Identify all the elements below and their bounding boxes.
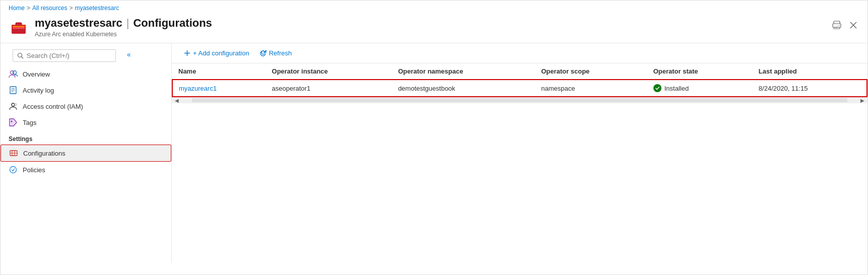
policies-icon [9,165,18,174]
svg-point-27 [11,121,13,122]
search-input[interactable] [27,52,111,59]
scroll-left-arrow[interactable]: ◀ [172,98,182,103]
activity-log-icon [9,86,18,95]
print-button[interactable] [830,19,843,32]
content-area: + Add configuration Refresh Name Operato… [172,43,867,263]
sidebar-item-policies[interactable]: Policies [1,162,171,178]
col-operator-state: Operator state [647,63,753,80]
sidebar-item-policies-label: Policies [23,166,45,174]
svg-rect-5 [13,28,25,29]
sidebar: « Overview [1,43,172,263]
check-icon [655,86,660,91]
refresh-button[interactable]: Refresh [255,47,296,59]
resource-name: myasetestresarc [35,17,122,30]
refresh-label: Refresh [269,49,292,57]
add-configuration-label: + Add configuration [193,49,249,57]
svg-point-11 [839,25,840,26]
sidebar-item-activity-log-label: Activity log [23,87,54,94]
svg-marker-26 [10,119,17,126]
col-last-applied: Last applied [753,63,867,80]
sidebar-item-tags-label: Tags [23,119,36,126]
overview-icon [9,70,18,79]
status-cell: Installed [653,84,747,92]
add-icon [184,50,190,56]
cell-name[interactable]: myazurearc1 [172,80,266,97]
main-layout: « Overview [1,43,867,263]
cell-operator-scope: namespace [535,80,647,97]
close-button[interactable] [847,19,859,31]
breadcrumb-home[interactable]: Home [9,5,25,12]
breadcrumb-sep-2: > [69,5,73,12]
table-row: myazurearc1 aseoperator1 demotestguestbo… [172,80,867,97]
svg-rect-3 [12,25,26,26]
status-icon [653,84,661,92]
svg-rect-4 [13,26,25,27]
breadcrumb-current[interactable]: myasetestresarc [75,5,119,12]
scroll-track[interactable] [192,98,847,102]
access-control-icon [9,102,18,111]
sidebar-item-configurations-label: Configurations [23,150,65,157]
collapse-sidebar-button[interactable]: « [124,49,134,59]
col-operator-instance: Operator instance [266,63,392,80]
table-container: Name Operator instance Operator namespac… [172,63,867,263]
svg-point-17 [13,71,17,75]
scroll-right-arrow[interactable]: ▶ [857,98,867,103]
col-operator-namespace: Operator namespace [392,63,535,80]
col-operator-scope: Operator scope [535,63,647,80]
breadcrumb-bar: Home > All resources > myasetestresarc [1,1,867,14]
sidebar-item-overview[interactable]: Overview [1,66,171,82]
breadcrumb-sep-1: > [27,5,30,12]
sidebar-item-configurations[interactable]: Configurations [1,145,171,162]
svg-line-15 [22,57,24,59]
sidebar-item-activity-log[interactable]: Activity log [1,82,171,98]
cell-last-applied: 8/24/2020, 11:15 [753,80,867,97]
breadcrumb: Home > All resources > myasetestresarc [9,5,119,12]
horizontal-scrollbar[interactable]: ◀ ▶ [172,97,867,103]
search-box[interactable] [13,49,116,62]
page-header: myasetestresarc | Configurations Azure A… [1,14,867,43]
svg-point-14 [18,53,22,57]
configuration-link[interactable]: myazurearc1 [179,85,217,92]
page-title: myasetestresarc | Configurations [35,17,212,30]
cell-operator-namespace: demotestguestbook [392,80,535,97]
header-title-block: myasetestresarc | Configurations Azure A… [35,17,212,38]
settings-section-label: Settings [1,130,171,145]
resource-subtitle: Azure Arc enabled Kubernetes [35,31,212,38]
header-actions [830,17,859,32]
refresh-icon [259,50,266,57]
status-text: Installed [664,85,689,92]
configurations-table: Name Operator instance Operator namespac… [172,63,867,97]
cell-operator-state: Installed [647,80,753,97]
svg-point-23 [12,103,15,106]
svg-rect-10 [833,24,841,27]
breadcrumb-all-resources[interactable]: All resources [32,5,67,12]
search-row: « [1,47,171,66]
tags-icon [9,118,18,127]
search-icon [17,52,24,59]
table-header: Name Operator instance Operator namespac… [172,63,867,80]
sidebar-item-access-control[interactable]: Access control (IAM) [1,98,171,114]
col-name: Name [172,63,266,80]
header-left: myasetestresarc | Configurations Azure A… [9,17,212,38]
toolbar: + Add configuration Refresh [172,43,867,63]
table-body: myazurearc1 aseoperator1 demotestguestbo… [172,80,867,97]
sidebar-item-access-control-label: Access control (IAM) [23,103,83,110]
sidebar-item-tags[interactable]: Tags [1,114,171,130]
svg-point-32 [10,167,17,173]
resource-icon [9,17,29,37]
sidebar-item-overview-label: Overview [23,71,50,78]
configurations-icon [9,149,18,158]
add-configuration-button[interactable]: + Add configuration [180,47,253,59]
section-title: Configurations [133,17,212,30]
cell-operator-instance: aseoperator1 [266,80,392,97]
